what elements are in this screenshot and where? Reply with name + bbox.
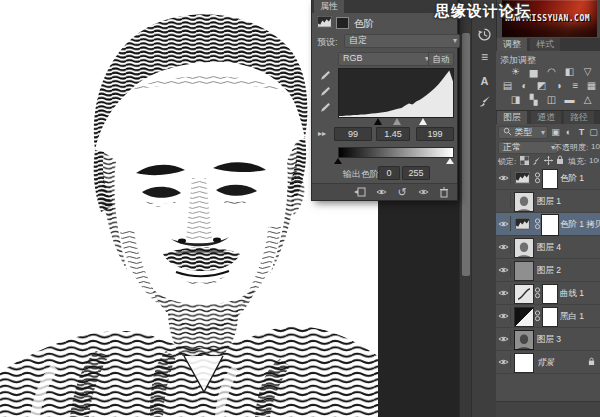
eye-icon[interactable] — [497, 308, 511, 323]
vibrance-icon[interactable]: ▽ — [580, 66, 595, 78]
layer-name[interactable]: 图层 4 — [537, 242, 561, 254]
levels-thumbnail[interactable] — [514, 169, 532, 187]
layer-name[interactable]: 曲线 1 — [560, 288, 584, 300]
delete-adjustment-icon[interactable] — [437, 186, 451, 198]
highlight-input-slider[interactable] — [419, 118, 427, 125]
photo-filter-icon[interactable]: ◑ — [551, 80, 566, 92]
gamma-input-slider[interactable] — [393, 118, 401, 125]
lock-position-icon[interactable] — [544, 156, 553, 165]
filter-shape-layers-icon[interactable]: ▢ — [586, 126, 600, 138]
invert-icon[interactable]: ◨ — [508, 94, 523, 106]
black-white-thumbnail[interactable] — [514, 307, 534, 327]
lock-transparency-icon[interactable] — [520, 156, 529, 165]
eye-icon[interactable] — [497, 354, 511, 369]
tab-layers[interactable]: 图层 — [497, 111, 527, 124]
eye-toggle-empty[interactable] — [497, 193, 511, 208]
reset-icon[interactable]: ↺ — [395, 186, 409, 198]
white-point-eyedropper-icon[interactable] — [319, 102, 331, 114]
layer-row[interactable]: 图层 4 — [496, 236, 600, 259]
tab-properties[interactable]: 属性 — [314, 0, 344, 13]
levels-thumbnail[interactable] — [514, 215, 532, 233]
auto-button[interactable]: 自动 — [428, 52, 454, 66]
layer-thumbnail[interactable] — [514, 261, 534, 281]
layer-name[interactable]: 图层 3 — [537, 334, 561, 346]
preset-label: 预设: — [317, 36, 338, 49]
layer-row[interactable]: 背景 — [496, 351, 600, 374]
layer-row[interactable]: 图层 1 — [496, 190, 600, 213]
output-shadow-slider[interactable] — [334, 158, 342, 164]
black-point-eyedropper-icon[interactable] — [319, 70, 331, 82]
scrollbar-thumb[interactable] — [462, 33, 470, 276]
gamma-input-field[interactable]: 1.45 — [376, 127, 410, 141]
layer-thumbnail[interactable] — [514, 192, 534, 212]
eye-icon[interactable] — [497, 170, 511, 185]
tab-styles[interactable]: 样式 — [530, 38, 560, 51]
layer-row[interactable]: 曲线 1 — [496, 282, 600, 305]
tab-adjustments[interactable]: 调整 — [497, 38, 527, 51]
character-panel-icon[interactable]: A — [476, 72, 493, 89]
eye-icon[interactable] — [497, 285, 511, 300]
history-panel-icon[interactable] — [476, 26, 493, 43]
eye-icon[interactable] — [497, 239, 511, 254]
lock-pixels-icon[interactable] — [532, 156, 541, 165]
layer-thumbnail[interactable] — [514, 238, 534, 258]
color-lookup-icon[interactable]: ▦ — [584, 80, 599, 92]
layer-row[interactable]: 色阶 1 — [496, 167, 600, 190]
highlight-input-field[interactable]: 199 — [416, 127, 454, 141]
channel-mixer-icon[interactable]: ≡ — [568, 80, 583, 92]
layer-name[interactable]: 色阶 1 — [560, 173, 584, 185]
curves-icon[interactable]: ◠ — [544, 66, 559, 78]
output-highlight-slider[interactable] — [446, 158, 454, 164]
layer-mask-thumbnail[interactable] — [542, 215, 558, 235]
color-balance-icon[interactable]: ◐ — [517, 80, 532, 92]
layer-visibility-icon[interactable] — [416, 186, 430, 198]
black-white-icon[interactable]: ◩ — [534, 80, 549, 92]
background-thumbnail[interactable] — [514, 353, 534, 373]
levels-icon[interactable]: ▅ — [526, 66, 541, 78]
lock-all-icon[interactable] — [556, 155, 564, 165]
brush-panel-icon[interactable] — [476, 92, 493, 109]
eye-icon[interactable] — [497, 262, 511, 277]
input-levels-icon: ▸▸ — [318, 129, 326, 138]
gradient-map-icon[interactable]: ▬ — [562, 94, 577, 106]
channel-dropdown[interactable]: RGB — [338, 52, 432, 66]
layer-thumbnail[interactable] — [514, 330, 534, 350]
eye-icon[interactable] — [497, 216, 511, 231]
layer-name[interactable]: 背景 — [537, 357, 554, 369]
link-icon — [534, 172, 541, 184]
threshold-icon[interactable]: ◫ — [544, 94, 559, 106]
tab-paths[interactable]: 路径 — [564, 111, 594, 124]
fill-value[interactable]: 100% — [589, 156, 599, 165]
shadow-input-field[interactable]: 99 — [334, 127, 372, 141]
layer-name[interactable]: 图层 1 — [537, 196, 561, 208]
layer-row[interactable]: 黑白 1 — [496, 305, 600, 328]
output-shadow-field[interactable]: 0 — [378, 166, 400, 180]
actions-panel-icon[interactable]: ≡ — [476, 48, 493, 65]
layer-row-selected[interactable]: 色阶 1 拷贝 — [496, 213, 600, 236]
clip-to-layer-icon[interactable] — [353, 186, 367, 198]
preset-dropdown[interactable]: 自定 — [344, 34, 460, 48]
layer-name[interactable]: 图层 2 — [537, 265, 561, 277]
layer-row[interactable]: 图层 2 — [496, 259, 600, 282]
brightness-contrast-icon[interactable]: ☀ — [508, 66, 523, 78]
layer-mask-thumbnail[interactable] — [542, 284, 558, 304]
hue-saturation-icon[interactable]: ▤ — [500, 80, 515, 92]
selective-color-icon[interactable]: △ — [580, 94, 595, 106]
layer-mask-thumbnail[interactable] — [542, 169, 558, 189]
layer-filter-dropdown[interactable]: 类型 — [498, 126, 548, 139]
tab-channels[interactable]: 通道 — [531, 111, 561, 124]
layer-name[interactable]: 黑白 1 — [560, 311, 584, 323]
output-highlight-field[interactable]: 255 — [402, 166, 430, 180]
view-previous-state-icon[interactable] — [374, 186, 388, 198]
layer-row[interactable]: 图层 3 — [496, 328, 600, 351]
blend-mode-dropdown[interactable]: 正常 — [498, 141, 558, 154]
curves-thumbnail[interactable] — [514, 284, 534, 304]
posterize-icon[interactable]: ▚ — [526, 94, 541, 106]
exposure-icon[interactable]: ◧ — [562, 66, 577, 78]
layer-name[interactable]: 色阶 1 拷贝 — [560, 219, 600, 231]
gray-point-eyedropper-icon[interactable] — [319, 86, 331, 98]
shadow-input-slider[interactable] — [374, 118, 382, 125]
eye-icon[interactable] — [497, 331, 511, 346]
opacity-value[interactable]: 100% — [591, 142, 600, 151]
layer-mask-thumbnail[interactable] — [542, 307, 558, 327]
